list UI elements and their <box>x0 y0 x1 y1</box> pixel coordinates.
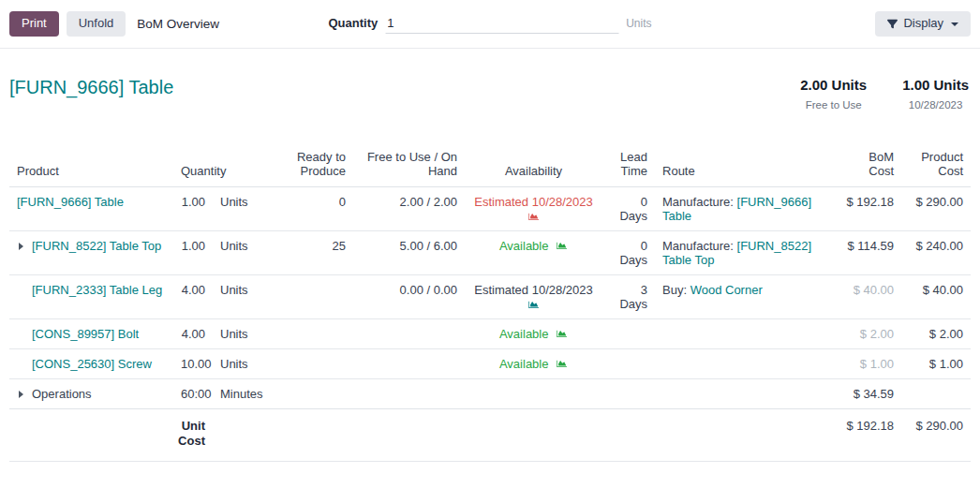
col-header-route: Route <box>655 142 836 187</box>
product-link[interactable]: [FURN_8522] Table Top <box>32 239 161 253</box>
product-link[interactable]: [CONS_25630] Screw <box>32 357 152 371</box>
col-header-quantity: Quantity <box>173 142 284 187</box>
unit-cell: Units <box>213 187 284 231</box>
col-header-product-cost: Product Cost <box>901 142 971 187</box>
table-header-row: Product Quantity Ready to Produce Free t… <box>9 142 971 187</box>
unfold-button[interactable]: Unfold <box>67 11 126 37</box>
bom-cost-cell: $ 2.00 <box>836 319 901 349</box>
availability-cell: Estimated 10/28/2023 <box>472 283 595 310</box>
summary-header: [FURN_9666] Table 2.00 Units Free to Use… <box>9 77 971 111</box>
product-cost-cell: $ 240.00 <box>901 231 971 275</box>
quantity-uom-label: Units <box>626 17 651 30</box>
lead-time-cell: 0 Days <box>602 187 655 231</box>
availability-cell: Available <box>499 327 568 341</box>
table-row-cons-25630: [CONS_25630] Screw 10.00 Units Available… <box>9 349 971 379</box>
product-link[interactable]: [FURN_2333] Table Leg <box>32 283 162 297</box>
page-title: [FURN_9666] Table <box>9 77 173 98</box>
table-row-furn-2333: [FURN_2333] Table Leg 4.00 Units 0.00 / … <box>9 275 971 319</box>
unit-cell: Units <box>213 319 284 349</box>
unit-cell: Units <box>213 231 284 275</box>
bom-cost-cell: $ 192.18 <box>836 187 901 231</box>
route-type: Buy: <box>662 283 687 297</box>
availability-cell: Estimated 10/28/2023 <box>472 195 595 222</box>
area-chart-icon <box>556 359 568 369</box>
page-breadcrumb-title: BoM Overview <box>137 17 219 31</box>
quantity-group: Quantity Units <box>329 14 652 34</box>
ready-to-produce-cell: 0 <box>284 187 353 231</box>
free-to-use-cell: 2.00 / 2.00 <box>353 187 465 231</box>
product-cost-cell: $ 2.00 <box>901 319 971 349</box>
availability-cell: Available <box>499 357 568 371</box>
toolbar: Print Unfold BoM Overview Quantity Units… <box>0 0 980 49</box>
display-dropdown-button[interactable]: Display <box>875 11 971 37</box>
unit-cost-label: Unit Cost <box>173 419 205 450</box>
print-button[interactable]: Print <box>9 11 59 37</box>
display-button-label: Display <box>903 17 943 31</box>
quantity-cell: 4.00 <box>173 319 213 349</box>
quantity-cell: 4.00 <box>173 275 213 319</box>
product-link[interactable]: [FURN_9666] Table <box>17 195 124 209</box>
availability-cell: Available <box>499 239 568 253</box>
area-chart-icon <box>527 300 540 310</box>
stat-value: 1.00 Units <box>902 77 969 93</box>
quantity-cell: 1.00 <box>173 231 213 275</box>
area-chart-icon <box>527 212 540 222</box>
bom-cost-cell: $ 40.00 <box>836 275 901 319</box>
operations-label: Operations <box>32 387 92 401</box>
stat-label: 10/28/2023 <box>902 99 969 111</box>
col-header-availability: Availability <box>465 142 602 187</box>
col-header-ready-to-produce: Ready to Produce <box>284 142 353 187</box>
bom-table: Product Quantity Ready to Produce Free t… <box>9 142 971 462</box>
availability-text: Available <box>499 357 549 371</box>
report-content: [FURN_9666] Table 2.00 Units Free to Use… <box>0 77 980 462</box>
total-bom-cost-cell: $ 192.18 <box>836 409 901 462</box>
chevron-down-icon <box>951 22 958 26</box>
unit-cell: Units <box>213 349 284 379</box>
table-row-furn-9666: [FURN_9666] Table 1.00 Units 0 2.00 / 2.… <box>9 187 971 231</box>
area-chart-icon <box>556 241 568 251</box>
col-header-free-to-use: Free to Use / On Hand <box>353 142 465 187</box>
table-footer-row: Unit Cost $ 192.18 $ 290.00 <box>9 409 971 462</box>
product-cost-cell: $ 40.00 <box>901 275 971 319</box>
route-type: Manufacture: <box>662 195 734 209</box>
stat-expected-date: 1.00 Units 10/28/2023 <box>902 77 969 111</box>
table-row-operations: Operations 60:00 Minutes $ 34.59 <box>9 379 971 409</box>
availability-text: Available <box>499 327 549 341</box>
summary-stats: 2.00 Units Free to Use 1.00 Units 10/28/… <box>800 77 971 111</box>
caret-right-icon[interactable] <box>19 243 23 250</box>
quantity-cell: 10.00 <box>173 349 213 379</box>
ready-to-produce-cell: 25 <box>284 231 353 275</box>
quantity-cell: 60:00 <box>173 379 213 409</box>
free-to-use-cell: 5.00 / 6.00 <box>353 231 465 275</box>
table-row-cons-89957: [CONS_89957] Bolt 4.00 Units Available $… <box>9 319 971 349</box>
stat-free-to-use: 2.00 Units Free to Use <box>800 77 867 111</box>
bom-cost-cell: $ 1.00 <box>836 349 901 379</box>
free-to-use-cell: 0.00 / 0.00 <box>353 275 465 319</box>
area-chart-icon <box>556 329 568 339</box>
quantity-input[interactable] <box>385 14 618 34</box>
lead-time-cell: 3 Days <box>602 275 655 319</box>
col-header-bom-cost: BoM Cost <box>836 142 901 187</box>
availability-text: Estimated 10/28/2023 <box>474 283 592 297</box>
stat-label: Free to Use <box>800 99 867 111</box>
product-link[interactable]: [CONS_89957] Bolt <box>32 327 139 341</box>
route-link[interactable]: Wood Corner <box>690 283 763 297</box>
product-cell: [FURN_8522] Table Top <box>17 239 166 253</box>
unit-cell: Minutes <box>213 379 284 409</box>
quantity-cell: 1.00 <box>173 187 213 231</box>
product-cell: [CONS_89957] Bolt <box>17 327 166 341</box>
product-cell: [CONS_25630] Screw <box>17 357 166 371</box>
col-header-lead-time: Lead Time <box>602 142 655 187</box>
quantity-label: Quantity <box>329 16 379 30</box>
availability-text: Estimated 10/28/2023 <box>474 195 592 209</box>
table-row-furn-8522: [FURN_8522] Table Top 1.00 Units 25 5.00… <box>9 231 971 275</box>
stat-value: 2.00 Units <box>800 77 867 93</box>
bom-cost-cell: $ 34.59 <box>836 379 901 409</box>
caret-right-icon[interactable] <box>19 391 23 398</box>
total-product-cost-cell: $ 290.00 <box>901 409 971 462</box>
unit-cell: Units <box>213 275 284 319</box>
ready-to-produce-cell <box>284 275 353 319</box>
bom-cost-cell: $ 114.59 <box>836 231 901 275</box>
product-cell: Operations <box>17 387 166 401</box>
filter-icon <box>887 19 898 29</box>
